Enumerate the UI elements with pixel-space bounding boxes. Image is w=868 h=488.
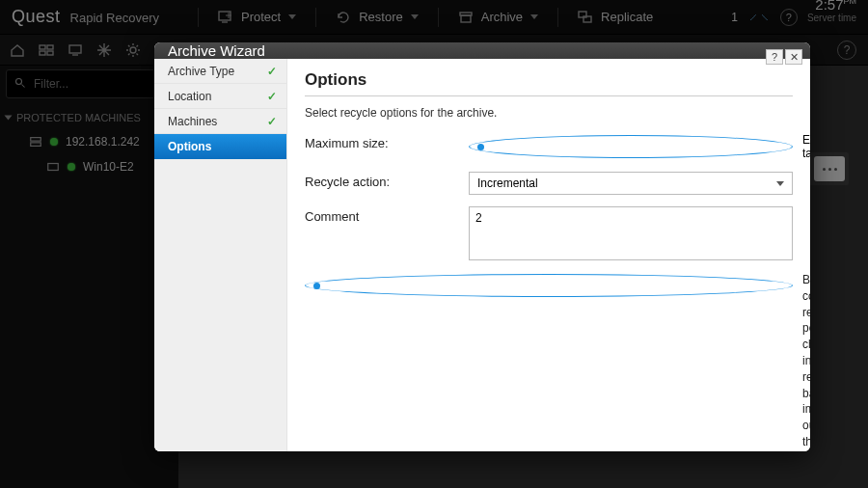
- step-location[interactable]: Location: [154, 84, 286, 109]
- wizard-steps: Archive Type Location Machines Options: [154, 59, 287, 451]
- dialog-title: Archive Wizard: [168, 42, 265, 59]
- step-machines[interactable]: Machines: [154, 109, 286, 134]
- step-options[interactable]: Options: [154, 134, 286, 159]
- recycle-action-value: Incremental: [477, 176, 538, 190]
- row-comment: Comment: [305, 206, 793, 260]
- archive-wizard-dialog: Archive Wizard ? ✕ Archive Type Location…: [154, 42, 810, 451]
- panel-subheading: Select recycle options for the archive.: [305, 106, 793, 120]
- option-full-chain[interactable]: Build complete recovery points chains, i…: [305, 272, 793, 451]
- dialog-title-buttons: ? ✕: [766, 49, 802, 65]
- dialog-help-button[interactable]: ?: [766, 49, 783, 65]
- comment-label: Comment: [305, 206, 469, 224]
- comment-textarea[interactable]: [469, 206, 793, 260]
- row-recycle: Recycle action: Incremental: [305, 172, 793, 195]
- recycle-action-select[interactable]: Incremental: [469, 172, 793, 195]
- panel-heading: Options: [305, 70, 793, 90]
- option-full-chain-label: Build complete recovery points chains, i…: [802, 272, 810, 451]
- dialog-title-bar: Archive Wizard: [154, 42, 810, 59]
- step-label: Archive Type: [168, 65, 234, 78]
- entire-target-label: Entire target: [802, 133, 810, 160]
- divider: [305, 95, 793, 96]
- dialog-close-button[interactable]: ✕: [785, 49, 802, 65]
- max-size-label: Maximum size:: [305, 133, 469, 150]
- options-panel: Options Select recycle options for the a…: [287, 59, 810, 451]
- radio-full-chain[interactable]: [305, 274, 793, 297]
- step-label: Machines: [168, 115, 217, 128]
- step-archive-type[interactable]: Archive Type: [154, 59, 286, 84]
- dialog-body: Archive Type Location Machines Options O…: [154, 59, 810, 451]
- recycle-label: Recycle action:: [305, 172, 469, 189]
- step-label: Options: [168, 140, 211, 153]
- radio-entire-target[interactable]: [469, 135, 793, 158]
- step-label: Location: [168, 90, 211, 103]
- row-max-size: Maximum size: Entire target 250.00 MB: [305, 133, 793, 160]
- chevron-down-icon: [776, 181, 784, 186]
